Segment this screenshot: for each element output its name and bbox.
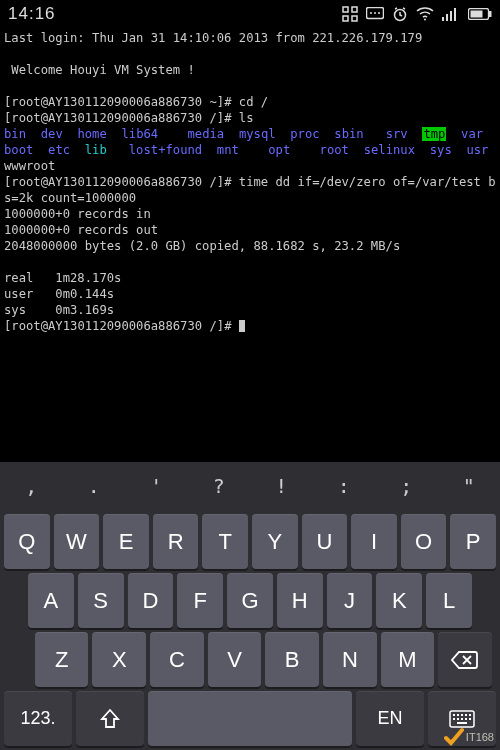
key-shift[interactable] bbox=[76, 691, 144, 746]
key-period[interactable]: . bbox=[84, 474, 104, 498]
svg-rect-11 bbox=[446, 14, 448, 21]
key-c[interactable]: C bbox=[150, 632, 204, 687]
key-i[interactable]: I bbox=[351, 514, 397, 569]
key-row-1: Q W E R T Y U I O P bbox=[4, 514, 496, 569]
line-time-user: user 0m0.144s bbox=[4, 287, 114, 301]
prompt: [root@AY130112090006a886730 ~]# bbox=[4, 95, 239, 109]
prompt: [root@AY130112090006a886730 /]# bbox=[4, 175, 239, 189]
key-row-3: Z X C V B N M bbox=[4, 632, 496, 687]
svg-rect-19 bbox=[457, 714, 459, 716]
prompt: [root@AY130112090006a886730 /]# bbox=[4, 319, 239, 333]
key-row-2: A S D F G H J K L bbox=[4, 573, 496, 628]
key-h[interactable]: H bbox=[277, 573, 323, 628]
key-r[interactable]: R bbox=[153, 514, 199, 569]
prompt: [root@AY130112090006a886730 /]# bbox=[4, 111, 239, 125]
dir: opt bbox=[268, 143, 290, 157]
key-j[interactable]: J bbox=[327, 573, 373, 628]
key-dquote[interactable]: " bbox=[459, 474, 479, 498]
line-time-sys: sys 0m3.169s bbox=[4, 303, 114, 317]
key-l[interactable]: L bbox=[426, 573, 472, 628]
key-backspace[interactable] bbox=[438, 632, 492, 687]
svg-rect-22 bbox=[469, 714, 471, 716]
svg-rect-23 bbox=[453, 718, 455, 720]
line-time-real: real 1m28.170s bbox=[4, 271, 121, 285]
dir: lib bbox=[85, 143, 107, 157]
keyboard-icon bbox=[449, 710, 475, 728]
dir: wwwroot bbox=[4, 159, 55, 173]
key-semicolon[interactable]: ; bbox=[396, 474, 416, 498]
key-comma[interactable]: , bbox=[21, 474, 41, 498]
key-b[interactable]: B bbox=[265, 632, 319, 687]
dir: sys bbox=[430, 143, 452, 157]
key-y[interactable]: Y bbox=[252, 514, 298, 569]
key-n[interactable]: N bbox=[323, 632, 377, 687]
key-colon[interactable]: : bbox=[334, 474, 354, 498]
key-exclaim[interactable]: ! bbox=[271, 474, 291, 498]
dir: lost+found bbox=[129, 143, 202, 157]
key-m[interactable]: M bbox=[381, 632, 435, 687]
dir: dev bbox=[41, 127, 63, 141]
dir: var bbox=[461, 127, 483, 141]
svg-rect-3 bbox=[352, 16, 357, 21]
backspace-icon bbox=[451, 650, 479, 670]
dir: mysql bbox=[239, 127, 276, 141]
svg-rect-25 bbox=[461, 718, 463, 720]
key-p[interactable]: P bbox=[450, 514, 496, 569]
key-numbers[interactable]: 123. bbox=[4, 691, 72, 746]
key-x[interactable]: X bbox=[92, 632, 146, 687]
key-g[interactable]: G bbox=[227, 573, 273, 628]
svg-rect-27 bbox=[469, 718, 471, 720]
battery-icon bbox=[468, 8, 492, 20]
key-k[interactable]: K bbox=[376, 573, 422, 628]
key-o[interactable]: O bbox=[401, 514, 447, 569]
svg-rect-12 bbox=[450, 11, 452, 21]
dir: lib64 bbox=[121, 127, 158, 141]
key-v[interactable]: V bbox=[208, 632, 262, 687]
key-d[interactable]: D bbox=[128, 573, 174, 628]
wifi-icon bbox=[416, 7, 434, 21]
dir: boot bbox=[4, 143, 33, 157]
svg-point-7 bbox=[378, 12, 380, 14]
key-u[interactable]: U bbox=[302, 514, 348, 569]
dir-tmp: tmp bbox=[422, 127, 446, 141]
svg-point-5 bbox=[370, 12, 372, 14]
dir: media bbox=[188, 127, 225, 141]
key-keyboard-switch[interactable] bbox=[428, 691, 496, 746]
key-s[interactable]: S bbox=[78, 573, 124, 628]
key-question[interactable]: ? bbox=[209, 474, 229, 498]
key-apostrophe[interactable]: ' bbox=[146, 474, 166, 498]
svg-rect-0 bbox=[343, 7, 348, 12]
status-time: 14:16 bbox=[8, 4, 56, 24]
dir: home bbox=[77, 127, 106, 141]
line-welcome: Welcome Houyi VM System ! bbox=[4, 63, 195, 77]
punctuation-row: , . ' ? ! : ; " bbox=[0, 462, 500, 510]
key-q[interactable]: Q bbox=[4, 514, 50, 569]
key-z[interactable]: Z bbox=[35, 632, 89, 687]
key-space[interactable] bbox=[148, 691, 352, 746]
key-row-4: 123. EN bbox=[4, 691, 496, 746]
svg-rect-16 bbox=[489, 11, 492, 17]
alarm-icon bbox=[392, 6, 408, 22]
key-w[interactable]: W bbox=[54, 514, 100, 569]
status-icons bbox=[342, 6, 492, 22]
dir: usr bbox=[466, 143, 488, 157]
svg-rect-28 bbox=[457, 722, 467, 724]
key-t[interactable]: T bbox=[202, 514, 248, 569]
terminal-output[interactable]: Last login: Thu Jan 31 14:10:06 2013 fro… bbox=[0, 28, 500, 462]
svg-rect-24 bbox=[457, 718, 459, 720]
dir: bin bbox=[4, 127, 26, 141]
key-e[interactable]: E bbox=[103, 514, 149, 569]
svg-rect-13 bbox=[454, 8, 456, 21]
shift-icon bbox=[99, 708, 121, 730]
dir: mnt bbox=[217, 143, 239, 157]
signal-icon bbox=[442, 7, 460, 21]
svg-rect-1 bbox=[352, 7, 357, 12]
svg-rect-20 bbox=[461, 714, 463, 716]
status-bar: 14:16 bbox=[0, 0, 500, 28]
message-icon bbox=[366, 7, 384, 21]
key-f[interactable]: F bbox=[177, 573, 223, 628]
key-a[interactable]: A bbox=[28, 573, 74, 628]
line-records-in: 1000000+0 records in bbox=[4, 207, 151, 221]
cursor bbox=[239, 320, 245, 332]
key-language[interactable]: EN bbox=[356, 691, 424, 746]
